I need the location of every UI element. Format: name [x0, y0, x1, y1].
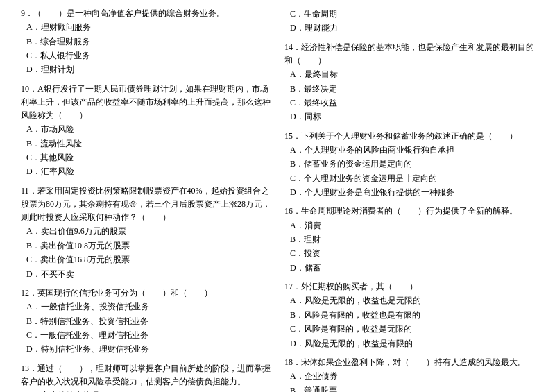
option: A．个人理财业务的风险由商业银行独自承担 [290, 143, 534, 157]
question-12-title: 12．英国现行的信托业务可分为（ ）和（ ） [21, 287, 271, 300]
option: C．生命周期 [290, 7, 534, 21]
question-12: 12．英国现行的信托业务可分为（ ）和（ ） A．一般信托业务、投资信托业务 B… [21, 287, 271, 357]
question-17-title: 17．外汇期权的购买者，其（ ） [284, 280, 534, 293]
option: A．企业债券 [290, 369, 534, 383]
question-16-options: A．消费 B．理财 C．投资 D．储蓄 [290, 219, 534, 275]
page-content: 9．（ ）是一种向高净值客户提供的综合财务业务。 A．理财顾问服务 B．综合理财… [21, 7, 534, 392]
question-10: 10．A银行发行了一期人民币债券理财计划，如果在理财期内，市场利率上升，但该产品… [21, 83, 271, 179]
question-15-options: A．个人理财业务的风险由商业银行独自承担 B．储蓄业务的资金运用是定向的 C．个… [290, 143, 534, 200]
question-10-title: 10．A银行发行了一期人民币债券理财计划，如果在理财期内，市场利率上升，但该产品… [21, 83, 271, 123]
option: D．特别信托业务、理财信托业务 [26, 342, 271, 356]
option: C．投资 [290, 246, 534, 260]
option: D．不买不卖 [26, 267, 271, 281]
question-17-options: A．风险是无限的，收益也是无限的 B．风险是有限的，收益也是有限的 C．风险是有… [290, 293, 534, 350]
option: B．卖出价值10.8万元的股票 [26, 239, 271, 253]
question-13-cont: C．生命周期 D．理财能力 [284, 7, 534, 35]
question-13: 13．通过（ ），理财师可以掌握客户目前所处的阶段，进而掌握客户的收入状况和风险… [21, 362, 271, 392]
question-11: 11．若采用固定投资比例策略限制股票资产在40%，起始投资组合之股票为80万元，… [21, 185, 271, 281]
question-9: 9．（ ）是一种向高净值客户提供的综合财务业务。 A．理财顾问服务 B．综合理财… [21, 7, 271, 77]
option: B．风险是有限的，收益也是有限的 [290, 308, 534, 322]
option: D．汇率风险 [26, 164, 271, 178]
option: A．风险是无限的，收益也是无限的 [290, 293, 534, 307]
option: D．个人理财业务是商业银行提供的一种服务 [290, 185, 534, 199]
left-column: 9．（ ）是一种向高净值客户提供的综合财务业务。 A．理财顾问服务 B．综合理财… [21, 7, 271, 392]
option: B．储蓄业务的资金运用是定向的 [290, 157, 534, 171]
option: A．卖出价值9.6万元的股票 [26, 224, 271, 238]
option: C．风险是有限的，收益是无限的 [290, 322, 534, 336]
question-18: 18．宋体如果企业盈利下降，对（ ）持有人造成的风险最大。 A．企业债券 B．普… [284, 356, 534, 392]
question-18-title: 18．宋体如果企业盈利下降，对（ ）持有人造成的风险最大。 [284, 356, 534, 369]
option: D．同标 [290, 110, 534, 123]
question-14-options: A．最终目标 B．最终决定 C．最终收益 D．同标 [290, 67, 534, 124]
question-16-title: 16．生命周期理论对消费者的（ ）行为提供了全新的解释。 [284, 205, 534, 218]
option: C．最终收益 [290, 96, 534, 110]
option: B．普通股票 [290, 384, 534, 392]
option: B．最终决定 [290, 82, 534, 96]
option: A．理财顾问服务 [26, 20, 271, 34]
option: C．个人理财业务的资金运用是非定向的 [290, 171, 534, 185]
option: C．私人银行业务 [26, 49, 271, 62]
option: D．风险是无限的，收益是有限的 [290, 336, 534, 350]
question-15-title: 15．下列关于个人理财业务和储蓄业务的叙述正确的是（ ） [284, 130, 534, 143]
question-18-options: A．企业债券 B．普通股票 C．优先股 [290, 369, 534, 392]
question-13-options: A．客户的健康状况 B．客户的财产状况 [26, 389, 271, 392]
question-9-title: 9．（ ）是一种向高净值客户提供的综合财务业务。 [21, 7, 271, 20]
option: C．一般信托业务、理财信托业务 [26, 328, 271, 342]
question-15: 15．下列关于个人理财业务和储蓄业务的叙述正确的是（ ） A．个人理财业务的风险… [284, 130, 534, 200]
question-12-options: A．一般信托业务、投资信托业务 B．特别信托业务、投资信托业务 C．一般信托业务… [26, 300, 271, 357]
option: D．储蓄 [290, 261, 534, 275]
question-13-cont-options: C．生命周期 D．理财能力 [290, 7, 534, 35]
question-11-title: 11．若采用固定投资比例策略限制股票资产在40%，起始投资组合之股票为80万元，… [21, 185, 271, 225]
question-11-options: A．卖出价值9.6万元的股票 B．卖出价值10.8万元的股票 C．卖出价值16.… [26, 224, 271, 281]
question-9-options: A．理财顾问服务 B．综合理财服务 C．私人银行业务 D．理财计划 [26, 20, 271, 77]
question-10-options: A．市场风险 B．流动性风险 C．其他风险 D．汇率风险 [26, 122, 271, 179]
option: A．消费 [290, 219, 534, 232]
question-13-title: 13．通过（ ），理财师可以掌握客户目前所处的阶段，进而掌握客户的收入状况和风险… [21, 362, 271, 389]
right-column: C．生命周期 D．理财能力 14．经济性补偿是保险的基本职能，也是保险产生和发展… [284, 7, 534, 392]
option: C．其他风险 [26, 151, 271, 164]
option: B．理财 [290, 232, 534, 246]
option: A．市场风险 [26, 122, 271, 136]
question-14: 14．经济性补偿是保险的基本职能，也是保险产生和发展的最初目的和（ ） A．最终… [284, 41, 534, 124]
question-17: 17．外汇期权的购买者，其（ ） A．风险是无限的，收益也是无限的 B．风险是有… [284, 280, 534, 350]
option: A．最终目标 [290, 67, 534, 81]
option: B．流动性风险 [26, 137, 271, 151]
option: B．综合理财服务 [26, 35, 271, 49]
option: A．客户的健康状况 [26, 389, 271, 392]
option: A．一般信托业务、投资信托业务 [26, 300, 271, 314]
option: B．特别信托业务、投资信托业务 [26, 314, 271, 328]
question-16: 16．生命周期理论对消费者的（ ）行为提供了全新的解释。 A．消费 B．理财 C… [284, 205, 534, 275]
option: D．理财计划 [26, 62, 271, 76]
option: D．理财能力 [290, 21, 534, 35]
question-14-title: 14．经济性补偿是保险的基本职能，也是保险产生和发展的最初目的和（ ） [284, 41, 534, 67]
option: C．卖出价值16.8万元的股票 [26, 253, 271, 266]
